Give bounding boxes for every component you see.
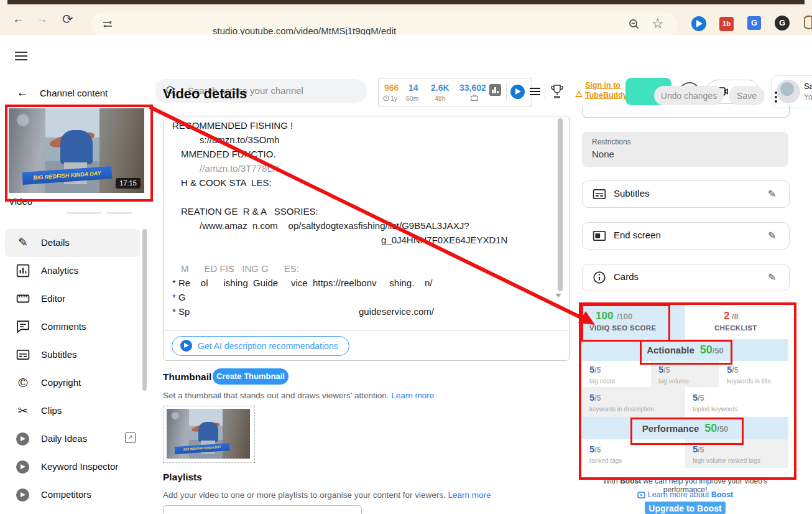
ai-description-button[interactable]: Get AI description recommendations [172, 336, 349, 356]
cards-card[interactable]: Cards ✎ [582, 264, 790, 291]
sidebar-item-copyright[interactable]: © Copyright [0, 369, 155, 397]
studio-header: Studio Search across your channel 966 1y… [0, 35, 812, 78]
thumbnail-preview-slot[interactable]: BIG REDFISH KINDA DAY [163, 406, 255, 463]
edit-pencil-icon[interactable]: ✎ [768, 230, 779, 241]
thumbnail-angler [60, 130, 93, 164]
ai-button-label: Get AI description recommendations [198, 341, 338, 351]
back-arrow-icon[interactable]: ← [16, 85, 29, 100]
external-link-icon: ↗ [125, 432, 136, 443]
thumbnail-preview-image: BIG REDFISH KINDA DAY [167, 409, 250, 459]
thumbnail-learn-more-link[interactable]: Learn more [391, 391, 434, 400]
menu-hamburger-icon[interactable] [15, 51, 27, 61]
divider [163, 330, 568, 330]
thumbnail-watermark [14, 113, 32, 128]
pencil-icon: ✎ [16, 236, 30, 250]
actionable-denominator: /50 [713, 346, 724, 355]
playlists-heading: Playlists [163, 472, 202, 483]
restrictions-field[interactable]: Restrictions None [582, 132, 788, 167]
actionable-score-bar: Actionable 50/50 [582, 339, 788, 361]
subtitles-card[interactable]: Subtitles ✎ [582, 180, 790, 208]
video-thumbnail[interactable]: BIG REDFISH KINDA DAY 17:15 [9, 108, 144, 193]
description-line-tail: guideservice.com/ [172, 306, 434, 317]
description-line: //amzn.to/3T778LN [172, 163, 279, 174]
vidiq-play-glyph [696, 20, 703, 27]
description-textarea[interactable]: RECOMMENDED FISHING ! s://amzn.to/3SOmh … [163, 116, 570, 361]
vidiq-extension-icon[interactable] [691, 16, 706, 31]
more-options-icon[interactable] [773, 90, 778, 105]
tubebuddy-signin-link[interactable]: Sign in to TubeBuddy [585, 80, 627, 100]
sidebar-item-daily-ideas[interactable]: Daily Ideas ↗ [0, 425, 155, 453]
divider [506, 83, 507, 101]
textarea-scroll-down-icon[interactable] [555, 294, 561, 297]
edit-pencil-icon[interactable]: ✎ [768, 271, 779, 283]
thumbnail-help-text: Set a thumbnail that stands out and draw… [163, 391, 434, 400]
edit-pencil-icon[interactable]: ✎ [768, 188, 779, 199]
back-icon[interactable]: ← [12, 13, 24, 25]
visibility-field-cut[interactable] [582, 106, 790, 118]
undo-changes-button[interactable]: Undo changes [654, 86, 724, 105]
channel-avatar [777, 80, 800, 103]
stat-value: 2.6K [431, 83, 450, 93]
stat-sub: 48h [435, 95, 446, 102]
video-duration-badge: 17:15 [116, 178, 141, 189]
channel-content-label[interactable]: Channel content [40, 88, 108, 98]
warning-icon [575, 91, 583, 97]
clock-icon [383, 95, 389, 101]
end-screen-card[interactable]: End screen ✎ [582, 222, 790, 250]
scissors-icon: ✂ [16, 404, 30, 418]
sidebar-item-clips[interactable]: ✂ Clips [0, 397, 155, 425]
sidebar-item-editor[interactable]: Editor [0, 285, 155, 313]
upgrade-to-boost-button[interactable]: Upgrade to Boost [645, 502, 726, 514]
save-button[interactable]: Save [729, 86, 765, 105]
analytics-chart-icon[interactable] [489, 84, 501, 96]
sidebar-item-analytics[interactable]: Analytics [0, 257, 155, 285]
site-settings-icon[interactable] [102, 19, 113, 30]
subtitles-icon [593, 187, 606, 201]
stat-value: 966 [384, 83, 399, 93]
sidebar-item-label: Details [41, 237, 70, 248]
grammarly-extension-icon[interactable]: G [775, 16, 790, 30]
actionable-score: 50 [700, 343, 713, 356]
stat-value: 14 [408, 83, 418, 93]
description-line: /www.amaz n.com op/saltydogtexasfishing/… [172, 220, 469, 231]
sidebar-item-keyword-inspector[interactable]: Keyword Inspector [0, 453, 155, 481]
vidiq-channel-stats-widget[interactable]: 966 1y 14 60m 2.6K 48h 33,602 [378, 78, 532, 106]
sidebar-item-label: Copyright [41, 377, 81, 388]
tubebuddy-extension-icon[interactable]: 1b [719, 17, 734, 31]
comments-icon [16, 320, 30, 334]
info-icon [593, 271, 606, 284]
textarea-scrollbar[interactable] [558, 118, 563, 291]
vidiq-checklist-tab[interactable]: 2/8 CHECKLIST [685, 305, 788, 340]
sidebar-item-subtitles[interactable]: Subtitles [0, 341, 155, 369]
description-line: M ED FIS ING G ES: [172, 263, 299, 274]
sidebar-item-comments[interactable]: Comments [0, 313, 155, 341]
forward-icon[interactable]: → [36, 13, 48, 25]
vidiq-icon[interactable] [510, 85, 525, 99]
sidebar-item-competitors[interactable]: Competitors [0, 481, 155, 509]
boost-learn-more-link[interactable]: Learn more about Boost [582, 490, 788, 499]
metric-tripled-keywords: 5/5 tripled keywords [685, 387, 788, 417]
vidiq-seo-score-tab[interactable]: 100/100 VIDIQ SEO SCORE [582, 305, 685, 339]
vidiq-menu-icon[interactable] [530, 87, 540, 96]
metric-keywords-in-title: 5/5 keywords in title [719, 361, 788, 387]
description-line: RECOMMENDED FISHING ! [172, 120, 293, 131]
playlists-select[interactable] [163, 505, 362, 514]
card-label: Cards [614, 271, 639, 282]
sidebar-item-label: Keyword Inspector [41, 461, 118, 472]
address-bar[interactable]: studio.youtube.com/video/MtMSj1t9gqM/edi… [91, 12, 678, 36]
playlists-learn-more-link[interactable]: Learn more [448, 490, 491, 500]
sidebar-item-details[interactable]: ✎ Details [5, 229, 140, 257]
refresh-icon[interactable]: ⟳ [62, 12, 73, 26]
create-thumbnail-button[interactable]: Create Thumbnail [213, 368, 288, 385]
bookmark-star-icon[interactable]: ☆ [652, 17, 664, 30]
playlists-help-text: Add your video to one or more playlists … [163, 490, 491, 500]
sidebar-scrollbar[interactable] [142, 229, 147, 391]
actionable-word: Actionable [647, 345, 694, 355]
tab-strip-corner-right [805, 0, 812, 4]
cut-off-extension-icon[interactable] [803, 14, 812, 30]
vidiq-icon [16, 488, 29, 502]
translate-extension-icon[interactable]: G [747, 16, 761, 30]
trophy-icon[interactable] [550, 84, 564, 99]
zoom-out-icon[interactable] [628, 18, 640, 30]
tab-strip-corner-left [0, 0, 7, 4]
